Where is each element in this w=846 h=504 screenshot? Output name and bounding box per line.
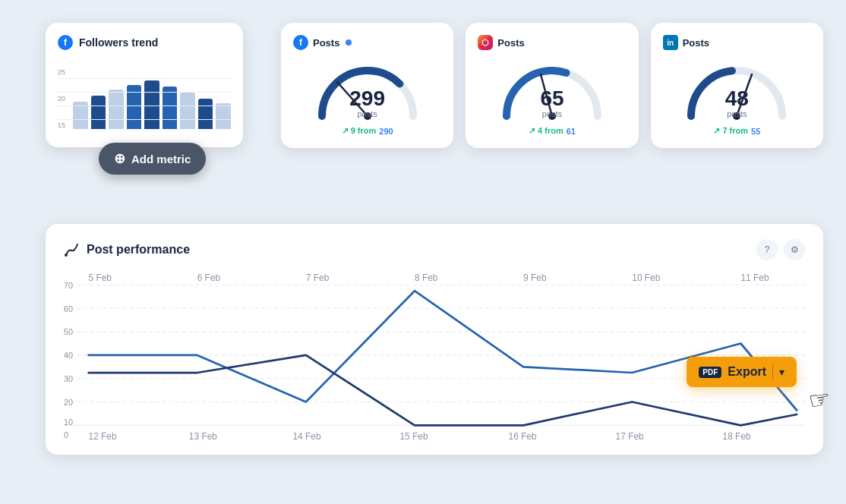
instagram-posts-card: ⬡ Posts 65 posts ↗ 4 from 61 — [466, 23, 638, 148]
svg-text:10: 10 — [64, 417, 73, 427]
chart-bar — [216, 103, 231, 129]
card-header: f Followers trend — [58, 35, 231, 50]
add-metric-label: Add metric — [131, 153, 191, 165]
export-button[interactable]: PDF Export ▾ — [687, 357, 797, 387]
fb-card-header: f Posts — [293, 35, 441, 50]
svg-point-6 — [65, 254, 68, 257]
fb-gauge: 299 posts — [314, 59, 421, 120]
fb-posts-icon: f — [293, 35, 308, 50]
svg-text:10 Feb: 10 Feb — [632, 272, 660, 283]
li-gauge: 48 posts — [683, 59, 790, 120]
chart-bar — [180, 93, 195, 129]
svg-text:18 Feb: 18 Feb — [723, 431, 751, 439]
ig-posts-count: 65 — [540, 87, 563, 110]
y-label-20: 20 — [58, 95, 65, 102]
svg-text:60: 60 — [64, 304, 73, 313]
chart-bar — [163, 87, 178, 129]
svg-text:50: 50 — [64, 327, 73, 336]
chart-bar — [109, 90, 124, 129]
svg-text:40: 40 — [64, 351, 73, 360]
ig-trend-arrow: ↗ 4 from — [529, 126, 563, 136]
li-card-header: in Posts — [663, 35, 811, 50]
svg-text:17 Feb: 17 Feb — [616, 431, 644, 439]
plus-icon: ⊕ — [114, 150, 125, 167]
svg-text:13 Feb: 13 Feb — [189, 431, 217, 439]
li-card-footer: ↗ 7 from 55 — [713, 126, 760, 136]
fb-posts-unit: posts — [349, 109, 385, 118]
fb-gauge-value: 299 posts — [349, 88, 385, 118]
fb-posts-count: 299 — [349, 87, 385, 110]
main-container: f Followers trend 25 20 15 ⊕ Add metric … — [0, 0, 846, 504]
fb-status-dot — [346, 39, 352, 46]
posts-cards-container: f Posts 299 posts ↗ 9 from 290 — [281, 23, 823, 148]
perf-title-row: Post performance — [64, 241, 190, 258]
ig-card-header: ⬡ Posts — [478, 35, 626, 50]
chart-bar — [91, 96, 106, 129]
y-label-15: 15 — [58, 121, 65, 129]
cursor-pointer: ☞ — [807, 384, 833, 416]
followers-card: f Followers trend 25 20 15 — [46, 23, 243, 147]
followers-card-title: Followers trend — [79, 36, 158, 49]
li-posts-unit: posts — [725, 109, 749, 118]
ig-posts-unit: posts — [540, 109, 563, 118]
fb-trend-prev: 290 — [379, 127, 393, 136]
li-posts-icon: in — [663, 35, 678, 50]
fb-trend-arrow: ↗ 9 from — [342, 126, 377, 136]
li-trend-arrow: ↗ 7 from — [713, 126, 748, 136]
svg-text:7 Feb: 7 Feb — [306, 272, 330, 283]
chart-bar — [73, 102, 88, 129]
y-axis-labels: 25 20 15 — [58, 68, 65, 129]
ig-card-footer: ↗ 4 from 61 — [529, 126, 576, 136]
performance-chart-svg: 5 Feb 6 Feb 7 Feb 8 Feb 9 Feb 10 Feb 11 … — [64, 272, 805, 439]
perf-actions: ? ⚙ — [756, 239, 805, 260]
svg-text:30: 30 — [64, 374, 73, 383]
add-metric-button[interactable]: ⊕ Add metric — [99, 143, 206, 175]
ig-gauge-value: 65 posts — [540, 88, 563, 118]
svg-text:0: 0 — [64, 430, 68, 439]
li-trend-prev: 55 — [751, 127, 760, 136]
bar-chart: 25 20 15 — [58, 59, 231, 135]
ig-trend-prev: 61 — [567, 127, 576, 136]
linkedin-posts-card: in Posts 48 posts ↗ 7 from 55 — [651, 23, 823, 148]
chart-bar — [198, 99, 213, 129]
performance-card: Post performance ? ⚙ 5 Feb 6 Feb 7 — [46, 224, 823, 455]
li-posts-count: 48 — [725, 87, 749, 110]
chart-bar — [127, 85, 142, 129]
svg-text:70: 70 — [64, 281, 73, 290]
fb-card-footer: ↗ 9 from 290 — [342, 126, 393, 136]
y-label-25: 25 — [58, 68, 65, 76]
svg-text:14 Feb: 14 Feb — [292, 431, 320, 439]
svg-text:20: 20 — [64, 398, 73, 407]
svg-text:11 Feb: 11 Feb — [740, 272, 769, 283]
export-label: Export — [728, 365, 766, 379]
ig-posts-title: Posts — [497, 37, 524, 49]
performance-title: Post performance — [87, 243, 190, 257]
settings-button[interactable]: ⚙ — [784, 239, 805, 260]
fb-posts-title: Posts — [313, 37, 339, 49]
chart-bar — [144, 80, 159, 129]
help-button[interactable]: ? — [756, 239, 778, 260]
ig-gauge: 65 posts — [499, 59, 605, 120]
svg-text:9 Feb: 9 Feb — [523, 272, 547, 283]
svg-text:12 Feb: 12 Feb — [89, 431, 117, 439]
li-gauge-value: 48 posts — [725, 88, 749, 118]
svg-text:5 Feb: 5 Feb — [89, 272, 112, 283]
li-posts-title: Posts — [683, 37, 709, 49]
facebook-icon: f — [58, 35, 73, 50]
svg-text:16 Feb: 16 Feb — [509, 431, 537, 439]
chevron-down-icon[interactable]: ▾ — [779, 366, 784, 378]
pdf-badge: PDF — [699, 367, 721, 378]
perf-header: Post performance ? ⚙ — [64, 239, 805, 260]
export-divider — [772, 364, 773, 380]
perf-chart-icon — [64, 241, 80, 258]
bars-wrapper — [73, 68, 231, 129]
svg-text:8 Feb: 8 Feb — [415, 272, 438, 283]
ig-posts-icon: ⬡ — [478, 35, 493, 50]
chart-area: 5 Feb 6 Feb 7 Feb 8 Feb 9 Feb 10 Feb 11 … — [64, 272, 805, 439]
svg-text:6 Feb: 6 Feb — [197, 272, 221, 283]
facebook-posts-card: f Posts 299 posts ↗ 9 from 290 — [281, 23, 453, 148]
svg-text:15 Feb: 15 Feb — [399, 431, 428, 439]
